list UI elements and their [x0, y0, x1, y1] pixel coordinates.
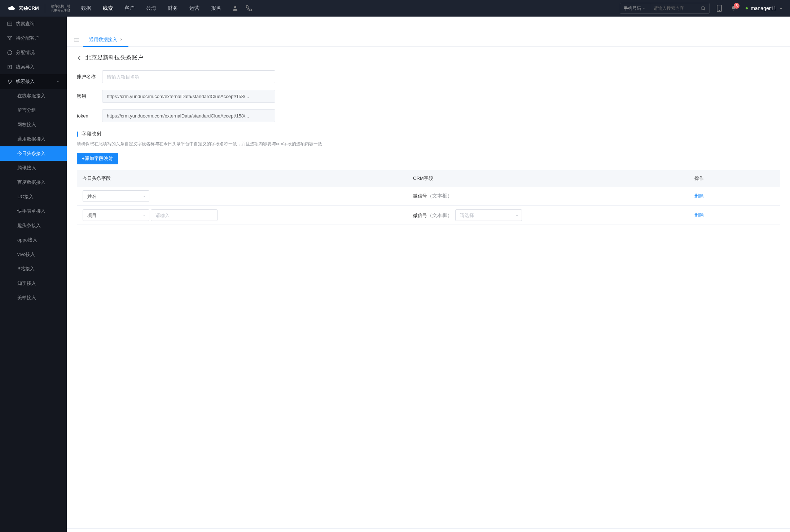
secret-label: 密钥: [77, 93, 102, 99]
sidebar: 线索查询待分配客户分配情况线索导入线索接入在线客服接入留言分组网校接入通用数据接…: [0, 17, 67, 532]
sidebar-subitem[interactable]: 知乎接入: [0, 276, 67, 291]
crm-field-label: 微信号: [413, 193, 427, 199]
search-input[interactable]: [650, 6, 697, 11]
device-icon[interactable]: [717, 5, 722, 12]
sidebar-item[interactable]: 分配情况: [0, 45, 67, 60]
sidebar-subitem[interactable]: oppo接入: [0, 233, 67, 247]
chevron-icon: [56, 80, 60, 83]
top-nav: 数据线索客户公海财务运营报名: [81, 5, 221, 12]
delete-button[interactable]: 删除: [694, 193, 704, 199]
back-button[interactable]: [77, 56, 82, 61]
crm-field-select[interactable]: 请选择: [455, 209, 522, 221]
sidebar-item[interactable]: 线索查询: [0, 17, 67, 31]
account-name-label: 账户名称: [77, 74, 102, 80]
sidebar-icon: [7, 79, 12, 84]
account-name-input[interactable]: [102, 70, 275, 83]
notification-icon[interactable]: 5: [731, 5, 737, 12]
collapse-menu-icon[interactable]: [70, 38, 83, 42]
sidebar-subitem[interactable]: 腾讯接入: [0, 161, 67, 175]
svg-point-0: [234, 6, 236, 8]
toutiao-field-select[interactable]: 姓名: [83, 190, 149, 202]
page-footer: 保存: [67, 528, 790, 532]
sidebar-subitem[interactable]: 通用数据接入: [0, 132, 67, 146]
mapping-table: 今日头条字段 CRM字段 操作 姓名微信号（文本框）删除项目 微信号（文本框） …: [77, 170, 780, 225]
field-mapping-desc: 请确保您在此填写的头条自定义字段名称与在今日头条平台中自定义的字段名称一致，并且…: [77, 141, 780, 147]
sidebar-subitem[interactable]: 在线客服接入: [0, 89, 67, 103]
tabs-bar: 通用数据接入 ×: [67, 33, 790, 47]
delete-button[interactable]: 删除: [694, 212, 704, 218]
sidebar-subitem[interactable]: 留言分组: [0, 103, 67, 118]
add-mapping-button[interactable]: +添加字段映射: [77, 153, 118, 164]
user-menu[interactable]: manager11: [746, 5, 783, 11]
sidebar-item[interactable]: 线索导入: [0, 60, 67, 74]
column-action: 操作: [689, 170, 780, 187]
toutiao-field-select[interactable]: 项目: [83, 209, 149, 221]
search-button[interactable]: [697, 6, 709, 11]
sidebar-subitem[interactable]: B站接入: [0, 262, 67, 276]
app-header: 云朵CRM 教育机构一站 式服务云平台 数据线索客户公海财务运营报名 手机号码: [0, 0, 790, 17]
token-input[interactable]: [102, 109, 275, 122]
sidebar-item[interactable]: 线索接入: [0, 74, 67, 89]
nav-item[interactable]: 运营: [189, 5, 199, 12]
table-row: 姓名微信号（文本框）删除: [77, 187, 780, 206]
sidebar-icon: [7, 50, 12, 55]
status-indicator: [746, 7, 748, 9]
search-box: 手机号码: [620, 3, 710, 14]
nav-item[interactable]: 公海: [146, 5, 156, 12]
sidebar-subitem[interactable]: vivo接入: [0, 247, 67, 262]
crm-field-hint: （文本框）: [427, 212, 452, 218]
phone-icon[interactable]: [246, 5, 252, 12]
sidebar-subitem[interactable]: 今日头条接入: [0, 146, 67, 161]
sidebar-icon: [7, 65, 12, 70]
user-icon[interactable]: [232, 5, 238, 12]
logo-text: 云朵CRM: [19, 5, 39, 12]
page-title: 北京昱新科技头条账户: [85, 54, 143, 62]
field-mapping-title: 字段映射: [82, 131, 102, 137]
svg-point-1: [701, 6, 705, 10]
logo-subtitle-1: 教育机构一站: [51, 4, 70, 8]
chevron-down-icon: [779, 6, 783, 10]
logo[interactable]: 云朵CRM 教育机构一站 式服务云平台: [7, 4, 70, 13]
sidebar-subitem[interactable]: 美柚接入: [0, 291, 67, 305]
toutiao-field-input[interactable]: [151, 209, 218, 221]
svg-rect-4: [8, 22, 12, 26]
column-toutiao: 今日头条字段: [77, 170, 407, 187]
logo-subtitle-2: 式服务云平台: [51, 8, 70, 12]
username: manager11: [751, 5, 776, 11]
crm-field-hint: （文本框）: [427, 193, 452, 199]
sidebar-subitem[interactable]: 趣头条接入: [0, 218, 67, 233]
search-type-select[interactable]: 手机号码: [620, 3, 650, 13]
nav-item[interactable]: 报名: [211, 5, 221, 12]
token-label: token: [77, 113, 102, 119]
secret-input[interactable]: [102, 90, 275, 103]
sidebar-icon: [7, 21, 12, 26]
notification-badge: 5: [734, 3, 739, 9]
close-icon[interactable]: ×: [120, 37, 123, 42]
nav-item[interactable]: 线索: [103, 5, 113, 12]
cloud-logo-icon: [7, 4, 16, 13]
sidebar-subitem[interactable]: 网校接入: [0, 118, 67, 132]
nav-item[interactable]: 数据: [81, 5, 91, 12]
tab-general-data-access[interactable]: 通用数据接入 ×: [83, 33, 128, 47]
sidebar-subitem[interactable]: 快手表单接入: [0, 204, 67, 218]
crm-field-label: 微信号: [413, 213, 427, 218]
nav-item[interactable]: 客户: [124, 5, 135, 12]
sidebar-item[interactable]: 待分配客户: [0, 31, 67, 45]
sidebar-subitem[interactable]: 百度数据接入: [0, 175, 67, 190]
table-row: 项目 微信号（文本框） 请选择删除: [77, 206, 780, 225]
nav-item[interactable]: 财务: [168, 5, 178, 12]
column-crm: CRM字段: [407, 170, 689, 187]
sidebar-icon: [7, 36, 12, 41]
sidebar-subitem[interactable]: UC接入: [0, 190, 67, 204]
svg-point-3: [719, 10, 720, 11]
